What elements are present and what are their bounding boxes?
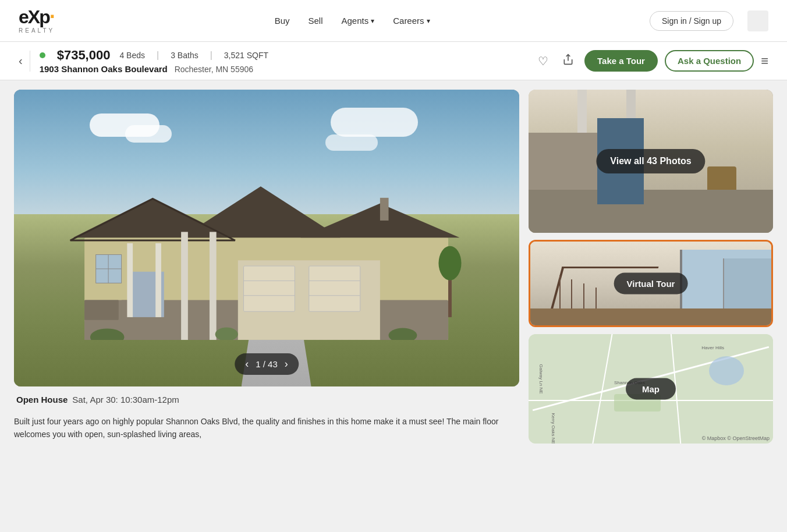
property-description: Built just four years ago on highly popu… [14,413,519,444]
take-tour-button[interactable]: Take a Tour [584,50,658,72]
map-street-label: Galway Ln NE [538,364,544,393]
share-button[interactable] [559,50,577,72]
favorite-button[interactable]: ♡ [534,51,552,72]
address-row: 1903 Shannon Oaks Boulevard Rochester, M… [40,64,534,74]
prev-photo-button[interactable]: ‹ [245,358,249,370]
svg-rect-7 [85,300,119,320]
avatar-placeholder [747,10,768,31]
logo[interactable]: eXp· REALTY [19,8,55,34]
photo-counter: ‹ 1 / 43 › [235,353,299,375]
svg-point-29 [439,246,462,281]
view-all-photos-panel[interactable]: View all 43 Photos [529,90,773,233]
header-right: Sign in / Sign up [650,10,768,31]
sign-in-button[interactable]: Sign in / Sign up [650,11,733,31]
svg-rect-21 [127,243,133,317]
logo-realty: REALTY [19,27,55,34]
more-menu-button[interactable]: ≡ [761,54,768,69]
mapbox-credit: © Mapbox © OpenStreetMap [702,435,770,441]
nav-buy[interactable]: Buy [275,16,290,26]
map-water [709,356,744,385]
view-all-photos-button[interactable]: View all 43 Photos [596,149,705,173]
map-panel[interactable]: Galway Ln NE Shannon Oaks Kerry Oaks NE … [529,334,773,444]
svg-rect-22 [156,243,162,317]
svg-marker-3 [182,186,341,237]
price-row: $735,000 4 Beds | 3 Baths | 3,521 SQFT [40,48,534,63]
main-content: ‹ 1 / 43 › Open House Sat, Apr 30: 10:30… [0,80,787,453]
left-column: ‹ 1 / 43 › Open House Sat, Apr 30: 10:30… [14,90,519,444]
property-actions: ♡ Take a Tour Ask a Question ≡ [534,50,768,72]
property-baths: 3 Baths [171,51,198,60]
svg-rect-14 [309,266,360,311]
svg-rect-11 [244,266,295,311]
main-photo-wrapper: ‹ 1 / 43 › [14,90,519,386]
nav-careers[interactable]: Careers [393,16,430,26]
map-street-label: Haver Hills [701,345,724,350]
ask-question-button[interactable]: Ask a Question [665,50,754,72]
header: eXp· REALTY Buy Sell Agents Careers Sign… [0,0,787,42]
nav-sell[interactable]: Sell [308,16,322,26]
property-beds: 4 Beds [119,51,145,60]
next-photo-button[interactable]: › [285,358,288,370]
property-price: $735,000 [57,48,111,63]
back-button[interactable]: ‹ [19,54,23,68]
house-illustration [39,169,494,340]
map-street-label: Kerry Oaks NE [551,413,556,444]
divider [30,51,30,72]
photo-count: 1 / 43 [256,359,278,369]
logo-text: eXp· [19,8,55,26]
open-house-date: Sat, Apr 30: 10:30am-12pm [72,395,179,405]
main-photo [14,90,519,386]
property-address: 1903 Shannon Oaks Boulevard [40,64,168,74]
svg-rect-24 [210,232,217,340]
virtual-tour-button[interactable]: Virtual Tour [614,273,688,295]
status-indicator [40,52,45,58]
property-sqft: 3,521 SQFT [224,51,268,60]
nav-agents[interactable]: Agents [342,16,375,26]
right-column: View all 43 Photos Virtual Tour [529,90,773,444]
property-city-state: Rochester, MN 55906 [175,65,253,74]
property-bar: ‹ $735,000 4 Beds | 3 Baths | 3,521 SQFT… [0,42,787,80]
map-button[interactable]: Map [626,378,676,399]
main-nav: Buy Sell Agents Careers [275,16,430,26]
property-info: $735,000 4 Beds | 3 Baths | 3,521 SQFT 1… [40,48,534,74]
virtual-tour-panel[interactable]: Virtual Tour [529,240,773,327]
svg-rect-30 [380,198,389,221]
open-house-bar: Open House Sat, Apr 30: 10:30am-12pm [14,386,519,413]
svg-rect-23 [182,232,189,340]
open-house-label: Open House [16,395,68,405]
